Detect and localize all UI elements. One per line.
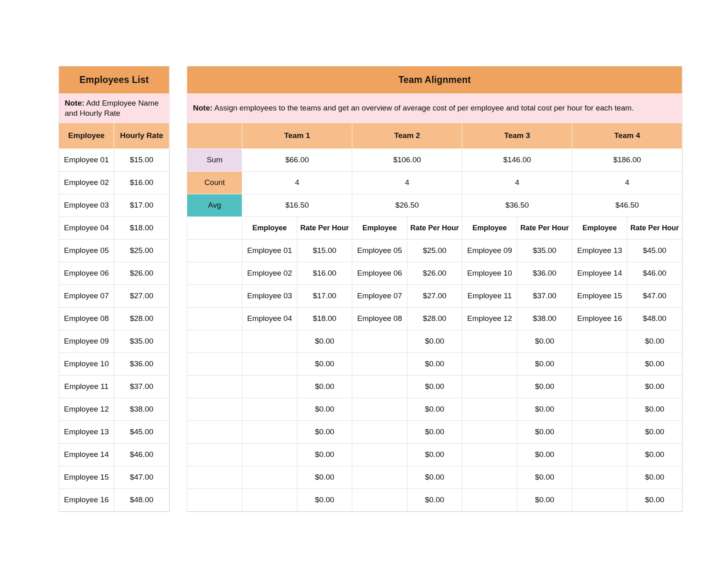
team-rate-cell[interactable]: $0.00 xyxy=(517,466,572,489)
team-employee-cell[interactable] xyxy=(572,353,627,376)
team-employee-cell[interactable] xyxy=(572,489,627,512)
sum-value-team2[interactable]: $106.00 xyxy=(352,149,462,172)
team-rate-cell[interactable]: $0.00 xyxy=(407,376,462,398)
team-rate-cell[interactable]: $0.00 xyxy=(627,444,682,466)
team-employee-cell[interactable] xyxy=(462,421,517,444)
team-employee-cell[interactable] xyxy=(572,466,627,489)
employee-name-cell[interactable]: Employee 16 xyxy=(59,489,114,512)
team-rate-cell[interactable]: $0.00 xyxy=(297,353,352,376)
employee-name-cell[interactable]: Employee 12 xyxy=(59,398,114,421)
team-employee-cell[interactable]: Employee 08 xyxy=(352,308,407,330)
team-employee-cell[interactable] xyxy=(242,444,297,466)
team-employee-cell[interactable]: Employee 15 xyxy=(572,285,627,308)
employee-name-cell[interactable]: Employee 11 xyxy=(59,376,114,398)
team-rate-cell[interactable]: $0.00 xyxy=(297,444,352,466)
employee-name-cell[interactable]: Employee 08 xyxy=(59,308,114,330)
employee-name-cell[interactable]: Employee 10 xyxy=(59,353,114,376)
team-employee-cell[interactable] xyxy=(572,421,627,444)
team-employee-cell[interactable]: Employee 04 xyxy=(242,308,297,330)
employee-name-cell[interactable]: Employee 14 xyxy=(59,444,114,466)
team-rate-cell[interactable]: $0.00 xyxy=(407,444,462,466)
team-rate-cell[interactable]: $0.00 xyxy=(517,353,572,376)
team-rate-cell[interactable]: $0.00 xyxy=(517,489,572,512)
team-employee-cell[interactable] xyxy=(352,376,407,398)
team-rate-cell[interactable]: $0.00 xyxy=(627,376,682,398)
team-rate-cell[interactable]: $46.00 xyxy=(627,262,682,285)
employee-name-cell[interactable]: Employee 04 xyxy=(59,217,114,240)
hourly-rate-cell[interactable]: $28.00 xyxy=(114,308,169,330)
hourly-rate-cell[interactable]: $36.00 xyxy=(114,353,169,376)
team-rate-cell[interactable]: $0.00 xyxy=(517,444,572,466)
team-rate-cell[interactable]: $26.00 xyxy=(407,262,462,285)
avg-value-team1[interactable]: $16.50 xyxy=(242,194,352,217)
team-rate-cell[interactable]: $45.00 xyxy=(627,240,682,262)
employee-name-cell[interactable]: Employee 15 xyxy=(59,466,114,489)
hourly-rate-cell[interactable]: $15.00 xyxy=(114,149,169,172)
team-rate-cell[interactable]: $0.00 xyxy=(517,398,572,421)
team-employee-cell[interactable] xyxy=(242,353,297,376)
hourly-rate-cell[interactable]: $46.00 xyxy=(114,444,169,466)
hourly-rate-cell[interactable]: $18.00 xyxy=(114,217,169,240)
hourly-rate-cell[interactable]: $47.00 xyxy=(114,466,169,489)
team-rate-cell[interactable]: $37.00 xyxy=(517,285,572,308)
team-rate-cell[interactable]: $0.00 xyxy=(297,421,352,444)
team-employee-cell[interactable] xyxy=(352,489,407,512)
employee-name-cell[interactable]: Employee 03 xyxy=(59,194,114,217)
team-rate-cell[interactable]: $25.00 xyxy=(407,240,462,262)
team-rate-cell[interactable]: $0.00 xyxy=(297,376,352,398)
team-rate-cell[interactable]: $27.00 xyxy=(407,285,462,308)
sum-value-team3[interactable]: $146.00 xyxy=(462,149,572,172)
hourly-rate-cell[interactable]: $48.00 xyxy=(114,489,169,512)
sum-value-team1[interactable]: $66.00 xyxy=(242,149,352,172)
team-employee-cell[interactable] xyxy=(352,398,407,421)
team-employee-cell[interactable]: Employee 05 xyxy=(352,240,407,262)
team-rate-cell[interactable]: $0.00 xyxy=(297,330,352,353)
count-value-team3[interactable]: 4 xyxy=(462,172,572,194)
team-employee-cell[interactable]: Employee 01 xyxy=(242,240,297,262)
team-rate-cell[interactable]: $28.00 xyxy=(407,308,462,330)
team-rate-cell[interactable]: $0.00 xyxy=(407,330,462,353)
team-employee-cell[interactable] xyxy=(462,444,517,466)
team-employee-cell[interactable]: Employee 11 xyxy=(462,285,517,308)
team-rate-cell[interactable]: $17.00 xyxy=(297,285,352,308)
team-employee-cell[interactable]: Employee 09 xyxy=(462,240,517,262)
team-employee-cell[interactable] xyxy=(352,330,407,353)
avg-value-team2[interactable]: $26.50 xyxy=(352,194,462,217)
team-rate-cell[interactable]: $0.00 xyxy=(407,489,462,512)
hourly-rate-cell[interactable]: $27.00 xyxy=(114,285,169,308)
team-rate-cell[interactable]: $18.00 xyxy=(297,308,352,330)
team-employee-cell[interactable] xyxy=(462,353,517,376)
team-employee-cell[interactable] xyxy=(352,353,407,376)
team-employee-cell[interactable] xyxy=(462,489,517,512)
team-rate-cell[interactable]: $0.00 xyxy=(627,489,682,512)
team-rate-cell[interactable]: $0.00 xyxy=(407,398,462,421)
count-value-team1[interactable]: 4 xyxy=(242,172,352,194)
team-employee-cell[interactable]: Employee 02 xyxy=(242,262,297,285)
hourly-rate-cell[interactable]: $38.00 xyxy=(114,398,169,421)
team-employee-cell[interactable] xyxy=(242,421,297,444)
employee-name-cell[interactable]: Employee 05 xyxy=(59,240,114,262)
team-rate-cell[interactable]: $0.00 xyxy=(627,398,682,421)
team-rate-cell[interactable]: $0.00 xyxy=(627,353,682,376)
team-employee-cell[interactable]: Employee 16 xyxy=(572,308,627,330)
team-rate-cell[interactable]: $0.00 xyxy=(297,398,352,421)
team-rate-cell[interactable]: $0.00 xyxy=(407,466,462,489)
team-rate-cell[interactable]: $0.00 xyxy=(297,466,352,489)
team-employee-cell[interactable] xyxy=(242,330,297,353)
team-rate-cell[interactable]: $16.00 xyxy=(297,262,352,285)
count-value-team2[interactable]: 4 xyxy=(352,172,462,194)
team-employee-cell[interactable] xyxy=(352,466,407,489)
team-employee-cell[interactable] xyxy=(462,466,517,489)
team-employee-cell[interactable] xyxy=(242,398,297,421)
team-rate-cell[interactable]: $0.00 xyxy=(407,353,462,376)
hourly-rate-cell[interactable]: $45.00 xyxy=(114,421,169,444)
team-employee-cell[interactable] xyxy=(242,489,297,512)
hourly-rate-cell[interactable]: $35.00 xyxy=(114,330,169,353)
team-rate-cell[interactable]: $0.00 xyxy=(627,466,682,489)
team-rate-cell[interactable]: $0.00 xyxy=(627,330,682,353)
team-rate-cell[interactable]: $0.00 xyxy=(407,421,462,444)
hourly-rate-cell[interactable]: $25.00 xyxy=(114,240,169,262)
hourly-rate-cell[interactable]: $17.00 xyxy=(114,194,169,217)
team-employee-cell[interactable] xyxy=(462,398,517,421)
team-rate-cell[interactable]: $48.00 xyxy=(627,308,682,330)
